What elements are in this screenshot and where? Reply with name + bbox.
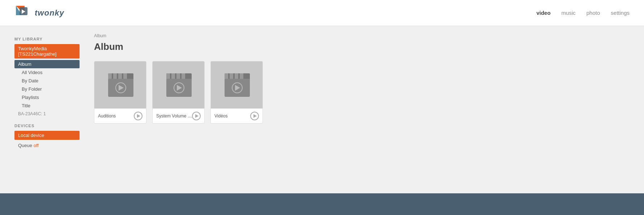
album-footer: System Volume Informa... (153, 108, 204, 123)
album-thumb (211, 61, 263, 108)
play-triangle-icon (137, 114, 140, 118)
album-thumb (153, 61, 205, 108)
nav-video[interactable]: video (536, 10, 550, 16)
logo-text: twonky (35, 8, 64, 18)
album-card[interactable]: System Volume Informa... (152, 61, 205, 124)
footer (0, 193, 644, 215)
sidebar-nav-title[interactable]: Title (14, 102, 80, 110)
album-grid: Auditions (94, 61, 630, 124)
clapperboard-icon (225, 73, 250, 97)
play-triangle-icon (253, 114, 257, 118)
album-name: System Volume Informa... (156, 113, 192, 119)
main-nav: video music photo settings (536, 10, 630, 16)
album-footer: Auditions (94, 108, 146, 123)
album-card[interactable]: Vidéos (210, 61, 263, 124)
album-thumb (94, 61, 146, 108)
breadcrumb: Album (94, 33, 630, 38)
header: twonky video music photo settings (0, 0, 644, 26)
play-triangle-icon (195, 114, 199, 118)
logo: twonky (14, 4, 64, 22)
album-play-button[interactable] (250, 112, 259, 120)
queue-status[interactable]: off (34, 143, 39, 148)
clapperboard-icon (166, 73, 192, 97)
sidebar-nav-album[interactable]: Album (14, 60, 80, 68)
main-content: Album Album (80, 33, 644, 186)
album-play-button[interactable] (192, 112, 201, 120)
page-title: Album (94, 41, 630, 52)
sidebar-nav-playlists[interactable]: Playlists (14, 93, 80, 102)
sidebar-nav-all-videos[interactable]: All Videos (14, 68, 80, 77)
sidebar-misc: BA-23A46C: 1 (14, 110, 80, 118)
nav-photo[interactable]: photo (587, 10, 600, 16)
my-library-title: MY LIBRARY (14, 37, 80, 41)
album-play-button[interactable] (134, 112, 142, 120)
album-card[interactable]: Auditions (94, 61, 146, 124)
local-device[interactable]: Local device (14, 131, 80, 140)
sidebar: MY LIBRARY TwonkyMedia [TS221Chargathe] … (0, 33, 80, 186)
sidebar-nav-by-date[interactable]: By Date (14, 77, 80, 85)
clapperboard-icon (108, 73, 133, 97)
devices-title: DEVICES (14, 124, 80, 128)
library-device[interactable]: TwonkyMedia [TS221Chargathe] (14, 44, 80, 59)
content-wrapper: MY LIBRARY TwonkyMedia [TS221Chargathe] … (0, 26, 644, 193)
album-name: Vidéos (214, 113, 227, 119)
queue-label: Queue (18, 143, 32, 148)
album-footer: Vidéos (211, 108, 263, 123)
album-name: Auditions (98, 113, 116, 119)
queue-item: Queue off (14, 141, 80, 150)
nav-settings[interactable]: settings (611, 10, 630, 16)
nav-music[interactable]: music (562, 10, 576, 16)
sidebar-nav-by-folder[interactable]: By Folder (14, 85, 80, 93)
twonky-logo-icon (14, 4, 32, 22)
